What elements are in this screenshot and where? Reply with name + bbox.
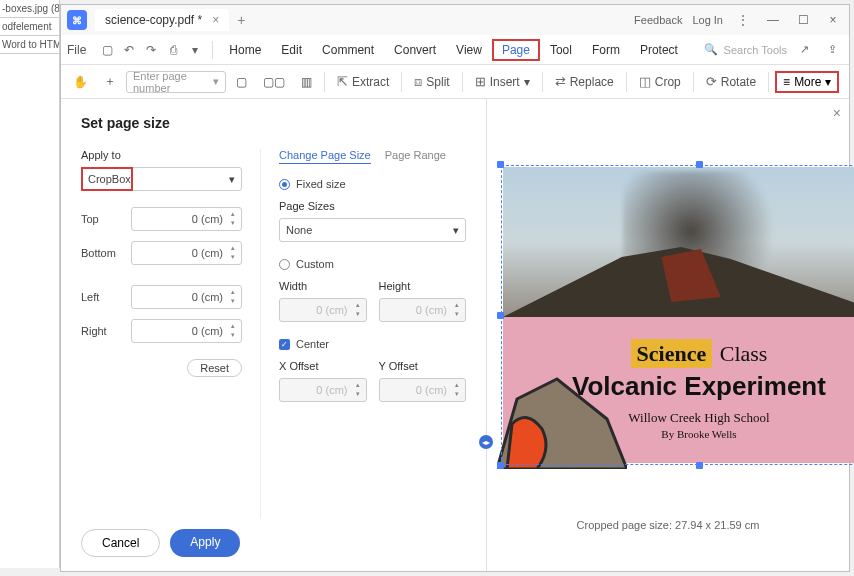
menu-comment[interactable]: Comment	[312, 39, 384, 61]
chevron-down-icon: ▾	[229, 173, 235, 186]
height-label: Height	[379, 280, 467, 292]
page-number-input[interactable]: Enter page number▾	[126, 71, 226, 93]
crop-size-status: Cropped page size: 27.94 x 21.59 cm	[487, 519, 849, 531]
apply-to-label: Apply to	[81, 149, 242, 161]
insert-button[interactable]: ⊞Insert▾	[469, 70, 536, 93]
redo-icon[interactable]: ↷	[140, 39, 162, 61]
app-icon: ⌘	[67, 10, 87, 30]
close-button[interactable]: ×	[823, 13, 843, 27]
split-icon: ⧈	[414, 74, 422, 90]
more-button[interactable]: ≡More▾	[775, 71, 839, 93]
bottom-input[interactable]: 0 (cm)▴▾	[131, 241, 242, 265]
menubar: File ▢ ↶ ↷ ⎙ ▾ Home Edit Comment Convert…	[61, 35, 849, 65]
right-label: Right	[81, 325, 131, 337]
chevron-down-icon: ▾	[453, 224, 459, 237]
crop-icon: ◫	[639, 74, 651, 89]
bg-tab[interactable]: Word to HTM	[0, 36, 59, 54]
xoffset-label: X Offset	[279, 360, 367, 372]
page-sizes-select[interactable]: None▾	[279, 218, 466, 242]
hand-tool-icon[interactable]: ✋	[67, 71, 94, 93]
thumb2-icon[interactable]: ▢▢	[257, 71, 291, 93]
menu-protect[interactable]: Protect	[630, 39, 688, 61]
page-placeholder: Enter page number	[133, 70, 213, 94]
more-icon: ≡	[783, 75, 790, 89]
bg-tab[interactable]: -boxes.jpg (8	[0, 0, 59, 18]
new-tab-button[interactable]: +	[237, 12, 245, 28]
yoffset-label: Y Offset	[379, 360, 467, 372]
set-page-size-panel: Set page size Apply to CropBox ▾ Top0 (c…	[61, 99, 487, 571]
fixed-size-radio[interactable]: Fixed size	[279, 178, 466, 190]
menu-form[interactable]: Form	[582, 39, 630, 61]
feedback-link[interactable]: Feedback	[634, 14, 682, 26]
search-tools[interactable]: Search Tools	[724, 44, 787, 56]
app-window: ⌘ science-copy.pdf * × + Feedback Log In…	[60, 4, 850, 572]
bg-tab[interactable]: odfelement	[0, 18, 59, 36]
left-label: Left	[81, 291, 131, 303]
yoffset-input: 0 (cm)▴▾	[379, 378, 467, 402]
replace-button[interactable]: ⇄Replace	[549, 70, 620, 93]
crop-button[interactable]: ◫Crop	[633, 70, 687, 93]
chevron-down-icon: ▾	[524, 75, 530, 89]
reset-button[interactable]: Reset	[187, 359, 242, 377]
search-icon[interactable]: 🔍	[704, 43, 718, 56]
document-preview[interactable]: Science Class Volcanic Experiment Willow…	[501, 165, 854, 465]
height-input: 0 (cm)▴▾	[379, 298, 467, 322]
xoffset-input: 0 (cm)▴▾	[279, 378, 367, 402]
replace-icon: ⇄	[555, 74, 566, 89]
panel-close-icon[interactable]: ×	[833, 105, 841, 121]
center-checkbox[interactable]: ✓Center	[279, 338, 466, 350]
maximize-button[interactable]: ☐	[793, 13, 813, 27]
undo-icon[interactable]: ↶	[118, 39, 140, 61]
print-icon[interactable]: ⎙	[162, 39, 184, 61]
preview-area: × ◂▸ Science Class Volcanic Experiment W…	[487, 99, 849, 571]
thumb1-icon[interactable]: ▢	[230, 71, 253, 93]
apply-button[interactable]: Apply	[170, 529, 240, 557]
minimize-button[interactable]: —	[763, 13, 783, 27]
menu-edit[interactable]: Edit	[271, 39, 312, 61]
apply-to-select[interactable]: CropBox ▾	[81, 167, 242, 191]
save-icon[interactable]: ▢	[96, 39, 118, 61]
menu-tool[interactable]: Tool	[540, 39, 582, 61]
tab-page-range[interactable]: Page Range	[385, 149, 446, 164]
share-icon[interactable]: ⇪	[821, 39, 843, 61]
file-menu[interactable]: File	[67, 43, 86, 57]
chevron-down-icon[interactable]: ▾	[184, 39, 206, 61]
width-label: Width	[279, 280, 367, 292]
custom-radio[interactable]: Custom	[279, 258, 466, 270]
document-tab[interactable]: science-copy.pdf * ×	[95, 9, 229, 31]
cancel-button[interactable]: Cancel	[81, 529, 160, 557]
right-input[interactable]: 0 (cm)▴▾	[131, 319, 242, 343]
top-label: Top	[81, 213, 131, 225]
open-external-icon[interactable]: ↗	[793, 39, 815, 61]
menu-home[interactable]: Home	[219, 39, 271, 61]
rotate-icon: ⟳	[706, 74, 717, 89]
titlebar: ⌘ science-copy.pdf * × + Feedback Log In…	[61, 5, 849, 35]
menu-page[interactable]: Page	[492, 39, 540, 61]
bottom-label: Bottom	[81, 247, 131, 259]
extract-icon: ⇱	[337, 74, 348, 89]
insert-icon: ⊞	[475, 74, 486, 89]
rotate-button[interactable]: ⟳Rotate	[700, 70, 762, 93]
menu-convert[interactable]: Convert	[384, 39, 446, 61]
page-sizes-label: Page Sizes	[279, 200, 466, 212]
menu-view[interactable]: View	[446, 39, 492, 61]
page-toolbar: ✋ ＋ Enter page number▾ ▢ ▢▢ ▥ ⇱Extract ⧈…	[61, 65, 849, 99]
split-button[interactable]: ⧈Split	[408, 70, 455, 94]
add-icon[interactable]: ＋	[98, 69, 122, 94]
thumb3-icon[interactable]: ▥	[295, 71, 318, 93]
kebab-icon[interactable]: ⋮	[733, 13, 753, 27]
chevron-down-icon: ▾	[825, 75, 831, 89]
tab-change-page-size[interactable]: Change Page Size	[279, 149, 371, 164]
extract-button[interactable]: ⇱Extract	[331, 70, 395, 93]
chevron-down-icon: ▾	[213, 75, 219, 88]
top-input[interactable]: 0 (cm)▴▾	[131, 207, 242, 231]
tab-title: science-copy.pdf *	[105, 13, 202, 27]
collapse-handle[interactable]: ◂▸	[479, 435, 493, 449]
login-link[interactable]: Log In	[692, 14, 723, 26]
tab-close-icon[interactable]: ×	[212, 13, 219, 27]
panel-title: Set page size	[81, 115, 466, 131]
left-input[interactable]: 0 (cm)▴▾	[131, 285, 242, 309]
apply-to-value: CropBox	[88, 173, 131, 185]
width-input: 0 (cm)▴▾	[279, 298, 367, 322]
